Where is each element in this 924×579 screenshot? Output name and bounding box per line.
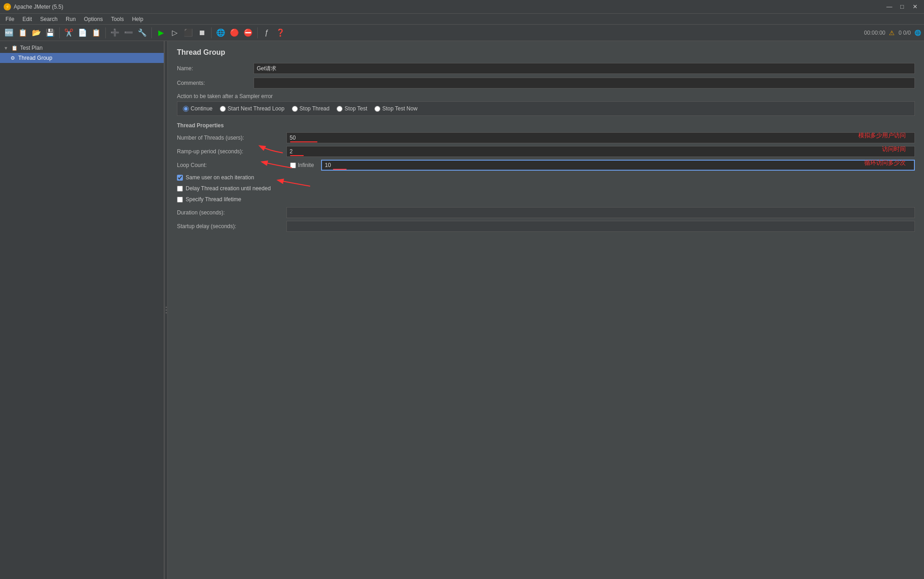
same-user-label: Same user on each iteration [186,174,254,181]
comments-label: Comments: [177,80,250,86]
toolbar-open[interactable]: 📂 [30,26,43,39]
duration-row: Duration (seconds): [177,207,915,218]
toolbar-help[interactable]: ❓ [274,26,287,39]
toolbar-remote-exit[interactable]: ⛔ [242,26,254,39]
name-input[interactable] [254,63,915,74]
splitter-dot-2 [166,309,167,311]
name-row: Name: [177,63,915,74]
infinite-checkbox[interactable] [290,162,296,168]
duration-container: Duration (seconds): [177,207,915,218]
sidebar-item-test-plan[interactable]: ▼ 📋 Test Plan [0,43,164,53]
toolbar-enable[interactable]: 🔧 [136,26,149,39]
menu-options[interactable]: Options [80,15,106,23]
underline-10 [333,169,347,170]
num-threads-container: Number of Threads (users): 模拟多少用户访问 [177,132,915,143]
timer-display: 00:00:00 [864,30,886,36]
toolbar-save[interactable]: 💾 [44,26,57,39]
toolbar-shutdown[interactable]: ⏹ [196,26,208,39]
startup-delay-input[interactable] [286,221,915,232]
menu-tools[interactable]: Tools [107,15,127,23]
toolbar-sep5 [257,27,258,38]
loop-count-label: Loop Count: [177,162,286,168]
ramp-up-row: Ramp-up period (seconds): [177,146,915,157]
toolbar-sep3 [151,27,152,38]
action-continue[interactable]: Continue [183,105,213,112]
action-stop-test[interactable]: Stop Test [337,105,367,112]
menu-bar: File Edit Search Run Options Tools Help [0,14,924,25]
num-threads-row: Number of Threads (users): [177,132,915,143]
restore-button[interactable]: □ [897,3,908,11]
radio-start-next[interactable] [220,106,226,112]
action-group: Continue Start Next Thread Loop Stop Thr… [177,101,915,116]
close-button[interactable]: ✕ [909,3,920,11]
name-label: Name: [177,65,250,72]
toolbar-template[interactable]: 📋 [16,26,29,39]
toolbar-new[interactable]: 🆕 [3,26,16,39]
toolbar: 🆕 📋 📂 💾 ✂️ 📄 📋 ➕ ➖ 🔧 ▶ ▷ ⬛ ⏹ 🌐 🔴 ⛔ ƒ ❓ 0… [0,25,924,41]
action-stop-test-now[interactable]: Stop Test Now [374,105,417,112]
menu-file[interactable]: File [2,15,18,23]
action-start-next[interactable]: Start Next Thread Loop [220,105,285,112]
app-icon: ⚡ [4,3,11,10]
toolbar-copy[interactable]: 📄 [76,26,89,39]
num-threads-label: Number of Threads (users): [177,135,286,141]
radio-continue[interactable] [183,106,189,112]
menu-search[interactable]: Search [36,15,61,23]
underline-50 [290,141,317,142]
infinite-label: Infinite [298,162,314,168]
thread-group-label: Thread Group [18,55,52,61]
splitter[interactable] [164,41,168,579]
same-user-checkbox[interactable] [177,175,183,181]
menu-run[interactable]: Run [62,15,79,23]
specify-lifetime-checkbox[interactable] [177,197,183,203]
thread-props-label: Thread Properties [177,122,915,129]
toolbar-start[interactable]: ▶ [155,26,167,39]
action-stop-thread[interactable]: Stop Thread [292,105,330,112]
sidebar: ▼ 📋 Test Plan ⚙ Thread Group [0,41,164,579]
toolbar-right: 00:00:00 ⚠ 0 0/0 🌐 [864,29,921,37]
toolbar-sep1 [59,27,60,38]
delay-thread-row: Delay Thread creation until needed [177,184,915,193]
duration-input[interactable] [286,207,915,218]
remote-icon: 🌐 [914,30,921,36]
duration-label: Duration (seconds): [177,209,286,216]
toolbar-remote-stop[interactable]: 🔴 [228,26,241,39]
radio-stop-test-now[interactable] [374,106,380,112]
comments-input[interactable] [254,78,915,89]
window-title: Apache JMeter (5.5) [14,4,63,10]
toolbar-function-helper[interactable]: ƒ [260,26,273,39]
main-layout: ▼ 📋 Test Plan ⚙ Thread Group Thread Grou… [0,41,924,579]
startup-delay-label: Startup delay (seconds): [177,223,286,230]
delay-thread-label: Delay Thread creation until needed [186,185,271,192]
toolbar-start-no-pause[interactable]: ▷ [168,26,181,39]
splitter-dot-3 [166,312,167,313]
test-plan-icon: 📋 [11,44,18,52]
ramp-up-label: Ramp-up period (seconds): [177,148,286,155]
toolbar-stop[interactable]: ⬛ [182,26,195,39]
startup-delay-container: Startup delay (seconds): [177,221,915,232]
radio-stop-thread[interactable] [292,106,298,112]
toolbar-cut[interactable]: ✂️ [62,26,75,39]
toolbar-remote-start[interactable]: 🌐 [214,26,227,39]
num-threads-input[interactable] [286,132,915,143]
delay-thread-checkbox[interactable] [177,186,183,192]
action-stop-test-label: Stop Test [344,105,367,112]
toolbar-collapse[interactable]: ➖ [122,26,135,39]
radio-stop-test[interactable] [337,106,343,112]
toolbar-sep4 [211,27,212,38]
minimize-button[interactable]: — [884,3,895,11]
toolbar-paste[interactable]: 📋 [90,26,103,39]
sidebar-item-thread-group[interactable]: ⚙ Thread Group [0,53,164,63]
same-user-row: Same user on each iteration [177,173,915,182]
loop-count-row: Loop Count: Infinite [177,160,915,171]
menu-help[interactable]: Help [128,15,147,23]
expand-icon: ▼ [4,46,9,51]
toolbar-expand[interactable]: ➕ [109,26,121,39]
title-bar: ⚡ Apache JMeter (5.5) — □ ✕ [0,0,924,14]
menu-edit[interactable]: Edit [19,15,36,23]
loop-count-container: Loop Count: Infinite 循环访问多少次 [177,160,915,171]
ramp-up-input[interactable] [286,146,915,157]
loop-count-input[interactable] [321,160,915,171]
page-title: Thread Group [177,48,915,57]
thread-group-icon: ⚙ [9,54,16,62]
